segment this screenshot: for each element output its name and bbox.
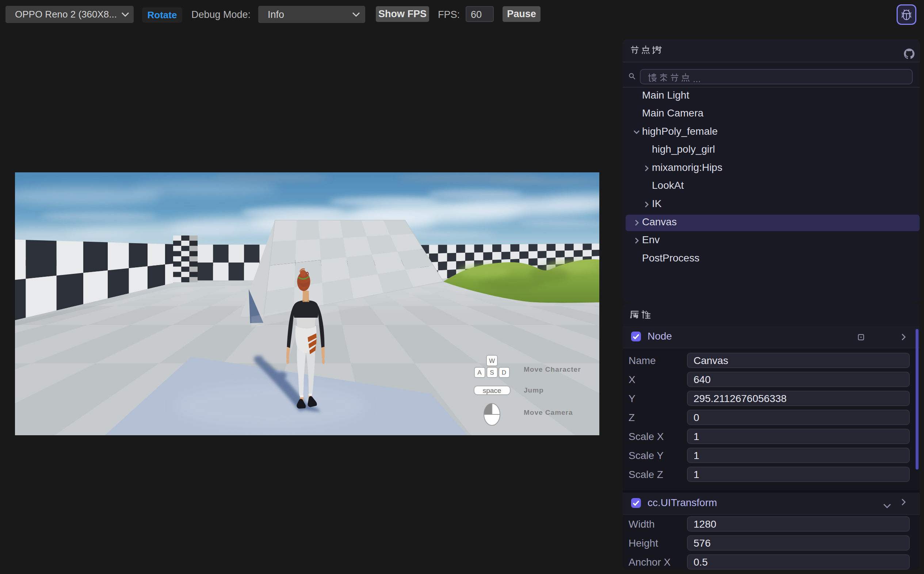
svg-text:...: ... — [693, 73, 701, 84]
svg-text:Jump: Jump — [524, 386, 544, 394]
svg-text:space: space — [483, 387, 501, 394]
svg-text:S: S — [490, 369, 494, 376]
svg-text:A: A — [477, 369, 482, 376]
svg-text:D: D — [502, 369, 506, 376]
svg-text:W: W — [489, 358, 495, 364]
svg-text:Move Camera: Move Camera — [524, 408, 573, 416]
svg-text:Move Character: Move Character — [524, 366, 581, 373]
